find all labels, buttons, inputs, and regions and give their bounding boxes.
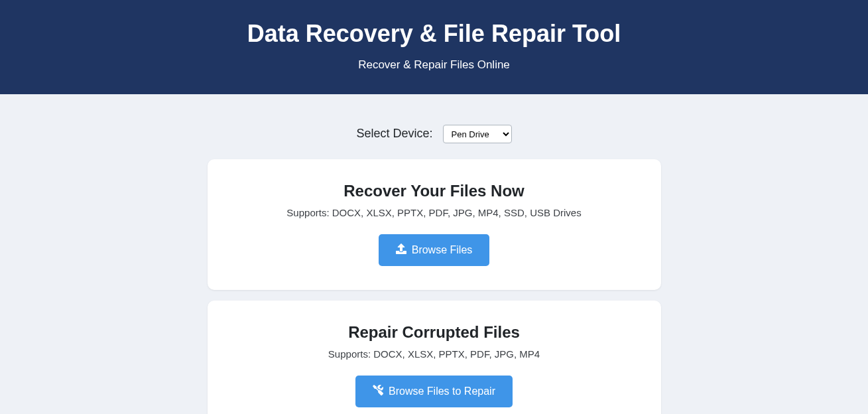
page-subtitle: Recover & Repair Files Online [13, 58, 855, 72]
browse-files-label: Browse Files [412, 244, 473, 256]
app-header: Data Recovery & File Repair Tool Recover… [0, 0, 868, 94]
upload-icon [396, 243, 406, 257]
device-select[interactable]: Pen Drive [443, 125, 512, 143]
tools-icon [373, 385, 383, 398]
browse-repair-button[interactable]: Browse Files to Repair [355, 376, 513, 407]
device-label: Select Device: [356, 127, 432, 140]
repair-card: Repair Corrupted Files Supports: DOCX, X… [208, 301, 661, 414]
repair-heading: Repair Corrupted Files [223, 323, 645, 342]
recover-card: Recover Your Files Now Supports: DOCX, X… [208, 159, 661, 290]
page-title: Data Recovery & File Repair Tool [13, 20, 855, 48]
repair-supports: Supports: DOCX, XLSX, PPTX, PDF, JPG, MP… [223, 348, 645, 360]
recover-heading: Recover Your Files Now [223, 182, 645, 200]
recover-supports: Supports: DOCX, XLSX, PPTX, PDF, JPG, MP… [223, 207, 645, 218]
browse-files-button[interactable]: Browse Files [379, 234, 490, 266]
device-controls: Select Device: Pen Drive [0, 94, 868, 159]
browse-repair-label: Browse Files to Repair [389, 385, 495, 397]
